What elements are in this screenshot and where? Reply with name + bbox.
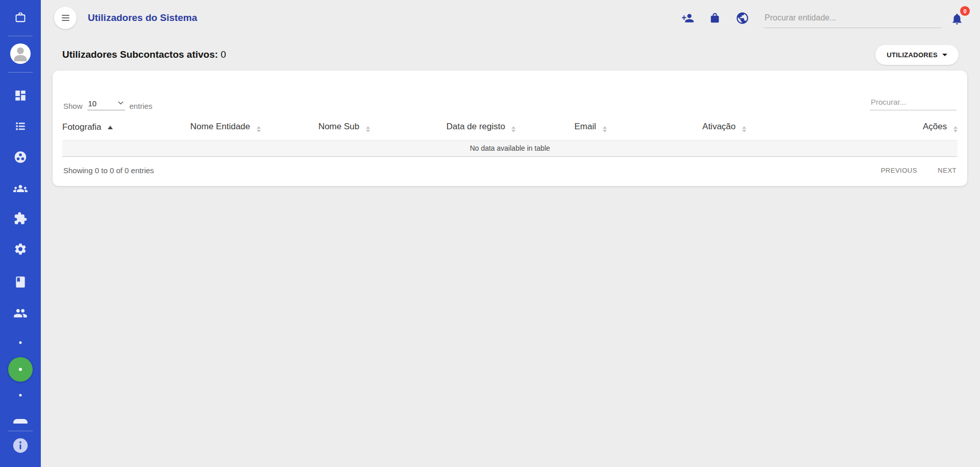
sort-both-icon: [742, 126, 746, 132]
entity-search-input[interactable]: [764, 8, 941, 28]
settings-gear-icon[interactable]: [14, 242, 28, 256]
notification-badge: 0: [960, 6, 970, 16]
next-page-button[interactable]: NEXT: [938, 167, 957, 174]
groups-icon[interactable]: [13, 181, 28, 196]
main-area: Utilizadores do Sistema: [41, 0, 980, 467]
topbar-actions: 0: [681, 6, 967, 30]
dropdown-label: UTILIZADORES: [887, 51, 938, 59]
sort-both-icon: [366, 126, 370, 132]
page-length-control: Show 10 entries: [63, 99, 153, 110]
heading-label: Utilizadores Subcontactos ativos:: [62, 49, 218, 60]
briefcase-icon[interactable]: [14, 11, 27, 24]
pagination: PREVIOUS NEXT: [881, 166, 957, 175]
group-work-icon[interactable]: [14, 150, 28, 164]
column-header-acoes[interactable]: Ações: [830, 113, 958, 141]
user-avatar[interactable]: [10, 43, 31, 64]
empty-table-message: No data available in table: [62, 141, 958, 157]
notifications-button[interactable]: 0: [949, 6, 967, 30]
topbar: Utilizadores do Sistema: [41, 0, 980, 36]
caret-down-icon: [942, 54, 947, 56]
length-label-after: entries: [130, 102, 153, 110]
previous-page-button[interactable]: PREVIOUS: [881, 167, 917, 174]
book-icon[interactable]: [14, 275, 27, 289]
table-footer: Showing 0 to 0 of 0 entries PREVIOUS NEX…: [62, 157, 958, 175]
column-header-fotografia[interactable]: Fotografia: [62, 113, 190, 141]
sidebar-divider: [8, 72, 33, 73]
green-status-circle[interactable]: [8, 357, 33, 382]
list-icon[interactable]: [14, 120, 27, 133]
dot-indicator[interactable]: [19, 394, 22, 396]
page-title: Utilizadores do Sistema: [88, 12, 197, 24]
column-header-ativacao[interactable]: Ativação: [702, 113, 830, 141]
column-header-email[interactable]: Email: [574, 113, 702, 141]
users-table: Fotografia Nome Entidade Nome Sub D: [62, 113, 958, 157]
active-subcontacts-heading: Utilizadores Subcontactos ativos:0: [62, 49, 226, 60]
sort-asc-icon: [108, 126, 113, 129]
column-header-nome-sub[interactable]: Nome Sub: [318, 113, 447, 141]
table-info: Showing 0 to 0 of 0 entries: [63, 166, 154, 175]
heading-count: 0: [220, 49, 226, 60]
avatar-circle: [10, 43, 31, 64]
page-length-select[interactable]: 10: [87, 99, 125, 110]
table-controls: Show 10 entries: [62, 94, 958, 113]
table-header-row: Fotografia Nome Entidade Nome Sub D: [62, 113, 958, 141]
green-circle: [8, 357, 33, 382]
dot-indicator[interactable]: [19, 341, 22, 344]
arc-indicator: [13, 419, 28, 424]
people-icon[interactable]: [13, 306, 28, 320]
sort-both-icon: [953, 126, 958, 132]
person-add-icon[interactable]: [681, 12, 694, 25]
puzzle-icon[interactable]: [14, 212, 28, 225]
sort-both-icon: [511, 126, 516, 132]
sidebar-divider: [8, 36, 33, 36]
sort-both-icon: [257, 126, 261, 132]
info-icon[interactable]: [12, 437, 29, 454]
menu-toggle-button[interactable]: [54, 7, 77, 29]
length-label-before: Show: [63, 102, 83, 110]
column-header-nome-entidade[interactable]: Nome Entidade: [190, 113, 318, 141]
column-header-data-registo[interactable]: Data de registo: [446, 113, 574, 141]
users-table-card: Show 10 entries: [53, 71, 967, 186]
sort-both-icon: [603, 126, 607, 132]
table-search-input[interactable]: [870, 94, 957, 110]
sidebar: [0, 0, 41, 467]
sidebar-divider: [8, 431, 33, 431]
dashboard-icon[interactable]: [14, 89, 27, 102]
globe-icon[interactable]: [736, 11, 749, 25]
bag-icon[interactable]: [708, 12, 721, 25]
page-head: Utilizadores Subcontactos ativos:0 UTILI…: [41, 36, 980, 65]
app-root: Utilizadores do Sistema: [0, 0, 980, 467]
utilizadores-dropdown-button[interactable]: UTILIZADORES: [875, 45, 959, 65]
empty-table-row: No data available in table: [62, 141, 958, 157]
